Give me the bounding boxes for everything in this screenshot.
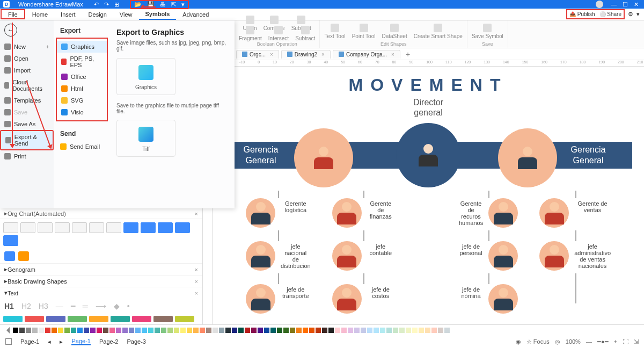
collapse-icon[interactable]: ⇲ [634,338,639,345]
color-swatch[interactable] [425,328,430,333]
tiff-card[interactable]: Tiff [116,120,175,157]
save-symbol-button[interactable]: Save Symbol [472,24,503,39]
minimize-button[interactable]: — [609,1,619,8]
color-swatch[interactable] [39,328,44,333]
shape-thumb[interactable] [3,235,18,246]
color-swatch[interactable] [109,328,115,333]
color-swatch[interactable] [393,328,398,333]
color-swatch[interactable] [116,328,121,333]
export-pdf[interactable]: PDF, PS, EPS [57,53,107,71]
shape-thumb[interactable] [3,222,18,233]
zoom-out[interactable]: — [586,338,592,345]
color-swatch[interactable] [419,328,424,333]
shape-bar[interactable] [175,316,194,322]
tab-view[interactable]: View [113,9,139,20]
page-link-3[interactable]: Page-3 [127,338,145,345]
color-swatch[interactable] [354,328,360,333]
color-swatch[interactable] [251,328,257,333]
color-swatch[interactable] [238,328,244,333]
shape-thumb[interactable] [55,222,70,233]
shape-thumb[interactable] [106,222,121,233]
shape-thumb[interactable] [38,222,53,233]
file-print[interactable]: Print [0,150,54,162]
export-visio[interactable]: Visio [57,106,107,118]
color-swatch[interactable] [129,328,134,333]
shape-bar[interactable] [46,316,65,322]
color-swatch[interactable] [225,328,231,333]
close-icon[interactable]: × [195,211,198,217]
color-swatch[interactable] [386,328,392,333]
color-swatch[interactable] [167,328,173,333]
color-swatch[interactable] [406,328,411,333]
palette-left-icon[interactable] [6,327,10,334]
file-new[interactable]: New+ [0,41,54,53]
tab-advanced[interactable]: Advanced [176,9,215,20]
color-swatch[interactable] [155,328,160,333]
color-swatch[interactable] [71,328,76,333]
color-swatch[interactable] [13,328,18,333]
shape-bar[interactable] [111,316,130,322]
color-swatch[interactable] [142,328,147,333]
doc-tab-1[interactable]: Orgc...× [236,50,279,59]
color-swatch[interactable] [245,328,250,333]
shape-thumb[interactable] [72,222,87,233]
page-list-icon[interactable] [5,338,12,345]
color-swatch[interactable] [232,328,237,333]
datasheet-button[interactable]: DataSheet [382,24,407,39]
fullscreen-icon[interactable]: ⛶ [623,338,628,345]
color-swatch[interactable] [270,328,276,333]
add-doc-tab[interactable]: + [402,50,413,59]
export-office[interactable]: Office [57,71,107,83]
color-swatch[interactable] [412,328,418,333]
qat-popup-icon[interactable]: ⇱ [171,1,176,8]
point-tool-button[interactable]: Point Tool [352,24,376,39]
page-link-1[interactable]: Page-1 [71,338,90,345]
text-style-h3[interactable]: H3 [39,302,48,310]
qat-print-icon[interactable]: 🖶 [160,1,166,8]
color-swatch[interactable] [77,328,83,333]
color-swatch[interactable] [380,328,385,333]
intersect-button[interactable]: Intersect [268,26,289,41]
color-swatch[interactable] [264,328,269,333]
color-swatch[interactable] [58,328,63,333]
color-swatch[interactable] [148,328,153,333]
text-tool-button[interactable]: Text Tool [324,24,345,39]
shape-thumb[interactable] [89,222,104,233]
shape-thumb[interactable] [123,222,138,233]
file-import[interactable]: Import [0,64,54,76]
shape-card[interactable] [18,251,29,261]
color-swatch[interactable] [303,328,308,333]
page-link-2[interactable]: Page-2 [99,338,118,345]
color-swatch[interactable] [322,328,327,333]
tab-home[interactable]: Home [26,9,54,20]
color-swatch[interactable] [399,328,405,333]
shape-bar[interactable] [153,316,173,322]
color-swatch[interactable] [328,328,334,333]
view-icon[interactable]: ◉ [516,338,521,345]
tab-file[interactable]: File [1,9,25,19]
file-cloud[interactable]: Cloud Documents [0,76,54,95]
send-email[interactable]: Send Email [56,141,108,153]
shape-thumb[interactable] [175,222,190,233]
close-button[interactable]: ✕ [632,1,641,8]
back-button[interactable]: ← [4,24,17,37]
color-swatch[interactable] [122,328,128,333]
redo-icon[interactable]: ↷ [104,1,109,8]
export-html[interactable]: Html [57,83,107,95]
fit-icon[interactable]: ◎ [555,338,560,345]
color-swatch[interactable] [348,328,353,333]
color-swatch[interactable] [213,328,218,333]
color-swatch[interactable] [290,328,295,333]
close-icon[interactable]: × [195,266,198,273]
user-avatar[interactable] [596,1,603,8]
shape-bar[interactable] [89,316,108,322]
shapes-orgchart-label[interactable]: Org Chart(Automated) [8,211,66,217]
color-swatch[interactable] [341,328,347,333]
zoom-in[interactable]: + [614,338,617,345]
undo-icon[interactable]: ↶ [94,1,99,8]
zoom-slider[interactable]: ━●━ [597,338,609,345]
shapes-genogram-label[interactable]: Genogram [8,266,35,273]
color-swatch[interactable] [296,328,302,333]
settings-dropdown-icon[interactable]: ▾ [636,11,640,18]
color-swatch[interactable] [97,328,102,333]
